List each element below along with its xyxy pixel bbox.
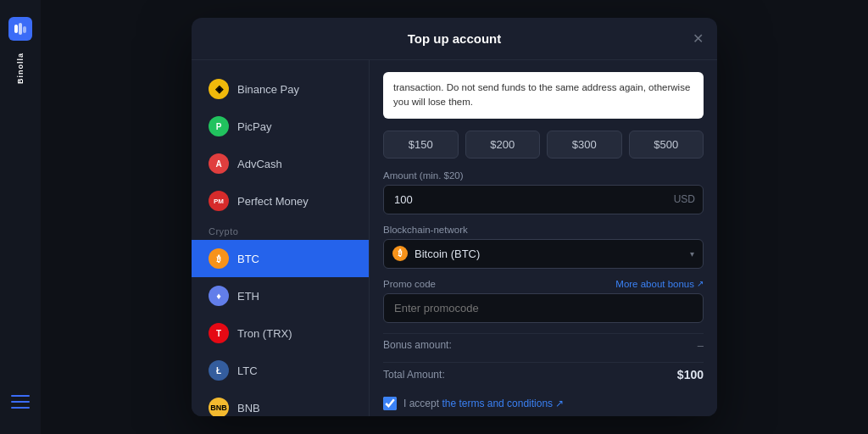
main-area: Top up account ✕ ◈ Binance Pay P [41,0,868,434]
btc-label: BTC [237,253,259,265]
sidebar-item-picpay[interactable]: P PicPay [192,108,369,145]
modal-header: Top up account ✕ [192,18,717,60]
terms-checkbox[interactable] [383,397,397,410]
blockchain-label: Blockchain-network [383,225,704,235]
tron-icon: T [209,323,229,343]
eth-icon: ♦ [209,286,229,306]
svg-rect-2 [23,26,26,33]
logo: Binolla [8,17,32,84]
terms-link[interactable]: the terms and conditions ↗ [442,398,564,409]
quick-amount-500[interactable]: $500 [629,131,704,159]
terms-accept-text: I accept [403,398,439,409]
perfect-money-label: Perfect Money [237,195,309,208]
binance-pay-icon: ◈ [209,79,229,99]
bnb-label: BNB [237,402,260,415]
advcash-icon: A [209,153,229,174]
modal-close-button[interactable]: ✕ [693,32,704,46]
left-panel: ◈ Binance Pay P PicPay A AdvCash [192,60,370,416]
terms-text: I accept the terms and conditions ↗ [403,398,564,409]
promo-input[interactable] [383,293,704,323]
blockchain-selected: Bitcoin (BTC) [415,248,480,260]
sidebar-item-perfect-money[interactable]: PM Perfect Money [192,182,369,220]
promo-header-row: Promo code More about bonus ↗ [383,279,704,289]
right-panel: transaction. Do not send funds to the sa… [370,60,717,416]
terms-row: I accept the terms and conditions ↗ [383,397,704,410]
bonus-value: – [698,339,704,352]
sidebar: Binolla [0,0,41,434]
btc-icon: ₿ [209,248,229,269]
total-row: Total Amount: $100 [383,362,704,387]
crypto-section-label: Crypto [192,220,369,240]
ltc-icon: Ł [209,360,229,381]
menu-icon[interactable] [11,395,30,409]
svg-rect-0 [14,25,18,33]
eth-label: ETH [237,290,259,303]
sidebar-item-tron[interactable]: T Tron (TRX) [192,314,369,352]
sidebar-item-btc[interactable]: ₿ BTC [192,240,369,277]
logo-icon [8,17,32,41]
binance-pay-label: Binance Pay [237,83,299,96]
modal: Top up account ✕ ◈ Binance Pay P [192,18,717,416]
total-label: Total Amount: [383,369,445,381]
amount-label: Amount (min. $20) [383,170,704,181]
blockchain-select[interactable]: ₿ Bitcoin (BTC) ▾ [383,239,704,269]
quick-amount-300[interactable]: $300 [547,131,622,159]
sidebar-item-eth[interactable]: ♦ ETH [192,277,369,314]
perfect-money-icon: PM [209,191,229,211]
more-bonus-link[interactable]: More about bonus ↗ [615,279,704,289]
blockchain-select-wrapper[interactable]: ₿ Bitcoin (BTC) ▾ [383,239,704,269]
quick-amount-150[interactable]: $150 [383,131,459,159]
promo-label: Promo code [383,279,436,289]
amount-currency: USD [674,193,695,205]
ltc-label: LTC [237,364,258,377]
btc-select-icon: ₿ [392,246,408,261]
logo-text: Binolla [16,53,25,84]
amount-wrapper: USD [383,185,704,214]
picpay-label: PicPay [237,120,271,133]
tron-label: Tron (TRX) [237,327,292,340]
sidebar-item-advcash[interactable]: A AdvCash [192,145,369,182]
bnb-icon: BNB [209,398,229,416]
promo-wrapper [383,293,704,323]
modal-title: Top up account [408,31,502,46]
external-link-icon: ↗ [697,279,704,288]
sidebar-item-bnb[interactable]: BNB BNB [192,389,369,416]
bonus-label: Bonus amount: [383,339,452,351]
total-value: $100 [677,368,704,381]
advcash-label: AdvCash [237,158,282,170]
amount-input[interactable] [383,185,704,214]
modal-body: ◈ Binance Pay P PicPay A AdvCash [192,60,717,416]
quick-amounts: $150 $200 $300 $500 [383,131,704,159]
bonus-row: Bonus amount: – [383,333,704,357]
picpay-icon: P [209,116,229,136]
quick-amount-200[interactable]: $200 [465,131,541,159]
blockchain-chevron-icon: ▾ [690,249,694,259]
sidebar-item-binance-pay[interactable]: ◈ Binance Pay [192,70,369,108]
notice-box: transaction. Do not send funds to the sa… [383,72,704,119]
more-bonus-label: More about bonus [615,279,694,289]
sidebar-item-ltc[interactable]: Ł LTC [192,352,369,389]
notice-text: transaction. Do not send funds to the sa… [393,81,693,110]
svg-rect-1 [19,23,22,35]
